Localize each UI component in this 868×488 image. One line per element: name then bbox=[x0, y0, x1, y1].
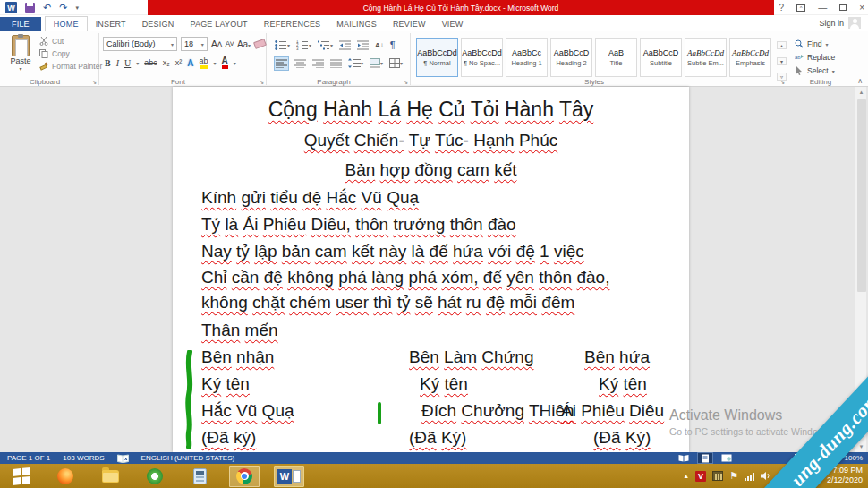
align-left-button[interactable] bbox=[274, 56, 289, 71]
collapse-ribbon-button[interactable]: ∧ bbox=[857, 77, 863, 85]
network-signal-icon[interactable] bbox=[745, 471, 754, 481]
shading-button[interactable]: ▾ bbox=[369, 56, 384, 71]
tab-insert[interactable]: INSERT bbox=[88, 17, 134, 31]
tab-review[interactable]: REVIEW bbox=[385, 17, 434, 31]
minimize-button[interactable]: — bbox=[818, 3, 827, 13]
scrollbar-thumb[interactable] bbox=[857, 99, 866, 292]
zoom-out-button[interactable]: − bbox=[741, 454, 746, 463]
align-right-button[interactable] bbox=[311, 56, 325, 71]
start-button[interactable] bbox=[9, 467, 34, 485]
taskbar-green-app-button[interactable] bbox=[140, 466, 170, 487]
styles-dialog-launcher[interactable]: ↘ bbox=[779, 79, 785, 86]
help-button[interactable]: ? bbox=[779, 3, 785, 13]
styles-scroll-down-button[interactable]: ▾ bbox=[777, 57, 787, 65]
multilevel-list-button[interactable]: ▾ bbox=[317, 38, 334, 52]
taskbar-firefox-button[interactable] bbox=[50, 466, 81, 487]
subscript-button[interactable]: x₂ bbox=[163, 58, 170, 67]
tray-show-hidden-button[interactable]: ▲ bbox=[683, 473, 689, 479]
show-hide-marks-button[interactable]: ¶ bbox=[389, 38, 396, 52]
taskbar-chrome-button[interactable] bbox=[229, 466, 260, 487]
doc-word: Hạnh bbox=[473, 131, 514, 150]
justify-button[interactable] bbox=[329, 56, 343, 71]
borders-button[interactable]: ▾ bbox=[388, 56, 404, 71]
sign-in-control[interactable]: Sign in bbox=[819, 17, 861, 29]
font-size-combobox[interactable]: 18▾ bbox=[181, 37, 208, 51]
style-subtle-emphasis[interactable]: AaBbCcDd Subtle Em... bbox=[685, 38, 727, 77]
underline-dropdown-arrow[interactable]: ▾ bbox=[136, 60, 139, 66]
copy-button[interactable]: Copy bbox=[39, 49, 102, 58]
tab-page-layout[interactable]: PAGE LAYOUT bbox=[182, 17, 255, 31]
text-effects-button[interactable]: A bbox=[187, 58, 193, 68]
tab-view[interactable]: VIEW bbox=[434, 17, 472, 31]
read-mode-button[interactable] bbox=[677, 453, 691, 463]
find-button[interactable]: Find▾ bbox=[795, 39, 866, 48]
document-page[interactable]: Cộng Hành Lá Hẹ Củ Tỏi Hành Tây Quyết Ch… bbox=[173, 87, 689, 452]
ribbon-display-options-button[interactable]: ^ bbox=[796, 4, 805, 12]
word-count[interactable]: 103 WORDS bbox=[63, 454, 104, 462]
taskbar-explorer-button[interactable] bbox=[95, 466, 125, 487]
tab-mailings[interactable]: MAILINGS bbox=[328, 17, 385, 31]
increase-indent-button[interactable] bbox=[356, 38, 370, 52]
font-color-dropdown-arrow[interactable]: ▾ bbox=[234, 60, 236, 66]
style-normal[interactable]: AaBbCcDd ¶ Normal bbox=[416, 38, 458, 77]
font-color-button[interactable]: A bbox=[222, 56, 228, 69]
cut-button[interactable]: Cut bbox=[39, 37, 102, 46]
paragraph-dialog-launcher[interactable]: ↘ bbox=[403, 79, 408, 86]
taskbar-calculator-button[interactable] bbox=[184, 466, 215, 487]
antivirus-tray-icon[interactable]: V bbox=[695, 471, 706, 482]
tab-design[interactable]: DESIGN bbox=[134, 17, 183, 31]
page-indicator[interactable]: PAGE 1 OF 1 bbox=[7, 454, 50, 462]
highlight-dropdown-arrow[interactable]: ▾ bbox=[214, 60, 217, 66]
select-button[interactable]: Select▾ bbox=[795, 66, 866, 75]
restore-button[interactable] bbox=[839, 4, 847, 11]
speaker-icon[interactable] bbox=[761, 471, 771, 481]
shrink-font-button[interactable]: A˅ bbox=[226, 39, 234, 48]
line-spacing-button[interactable]: ▾ bbox=[347, 56, 364, 71]
replace-button[interactable]: ab Replace bbox=[795, 53, 866, 62]
scroll-up-arrow[interactable]: ▴ bbox=[855, 87, 867, 98]
sort-button[interactable]: A↓ bbox=[374, 38, 385, 52]
style-subtitle[interactable]: AaBbCcD Subtitle bbox=[640, 38, 682, 77]
font-dialog-launcher[interactable]: ↘ bbox=[259, 79, 264, 86]
proofing-status-icon[interactable] bbox=[117, 454, 129, 463]
web-layout-button[interactable] bbox=[719, 453, 734, 463]
style-title[interactable]: AaB Title bbox=[595, 38, 637, 77]
grow-font-button[interactable]: A˄ bbox=[211, 39, 222, 49]
paste-dropdown-arrow[interactable]: ▾ bbox=[19, 65, 21, 72]
format-painter-button[interactable]: Format Painter bbox=[39, 62, 102, 71]
underline-button[interactable]: U bbox=[124, 58, 131, 68]
bold-button[interactable]: B bbox=[105, 58, 111, 68]
undo-button[interactable]: ↶ bbox=[43, 2, 51, 13]
tab-file[interactable]: FILE bbox=[0, 17, 41, 31]
italic-button[interactable]: I bbox=[116, 58, 119, 68]
style-heading1[interactable]: AaBbCc Heading 1 bbox=[506, 38, 548, 77]
bullets-button[interactable]: ▾ bbox=[274, 38, 291, 52]
tab-home[interactable]: HOME bbox=[45, 16, 88, 31]
tab-references[interactable]: REFERENCES bbox=[256, 17, 329, 31]
taskbar-word-button[interactable]: W bbox=[274, 466, 304, 487]
action-center-flag-icon[interactable]: ⚑ bbox=[729, 470, 738, 482]
redo-button[interactable]: ↷ bbox=[59, 2, 67, 13]
zoom-level[interactable]: 100% bbox=[845, 454, 863, 462]
change-case-button[interactable]: Aa▾ bbox=[237, 39, 251, 49]
align-center-button[interactable] bbox=[294, 56, 307, 71]
highlight-color-button[interactable]: ab bbox=[200, 56, 208, 69]
superscript-button[interactable]: x² bbox=[175, 58, 183, 67]
numbering-button[interactable]: 123▾ bbox=[295, 38, 312, 52]
font-name-combobox[interactable]: Calibri (Body)▾ bbox=[103, 37, 177, 51]
download-manager-tray-icon[interactable] bbox=[712, 471, 723, 481]
style-heading2[interactable]: AaBbCcD Heading 2 bbox=[550, 38, 592, 77]
style-no-spacing[interactable]: AaBbCcDd ¶ No Spac... bbox=[461, 38, 503, 77]
styles-scroll-up-button[interactable]: ▴ bbox=[777, 41, 787, 49]
paste-button[interactable]: Paste ▾ bbox=[5, 35, 36, 78]
close-button[interactable]: × bbox=[859, 3, 864, 13]
language-indicator[interactable]: ENGLISH (UNITED STATES) bbox=[141, 454, 235, 462]
strikethrough-button[interactable]: abc bbox=[144, 58, 157, 67]
qat-customize-button[interactable]: ▾ bbox=[75, 4, 79, 12]
print-layout-button[interactable] bbox=[698, 453, 712, 463]
decrease-indent-button[interactable] bbox=[338, 38, 352, 52]
clear-formatting-icon[interactable] bbox=[253, 39, 267, 49]
save-button[interactable] bbox=[25, 3, 35, 13]
clipboard-dialog-launcher[interactable]: ↘ bbox=[91, 79, 97, 86]
style-emphasis[interactable]: AaBbCcDd Emphasis bbox=[729, 38, 771, 77]
